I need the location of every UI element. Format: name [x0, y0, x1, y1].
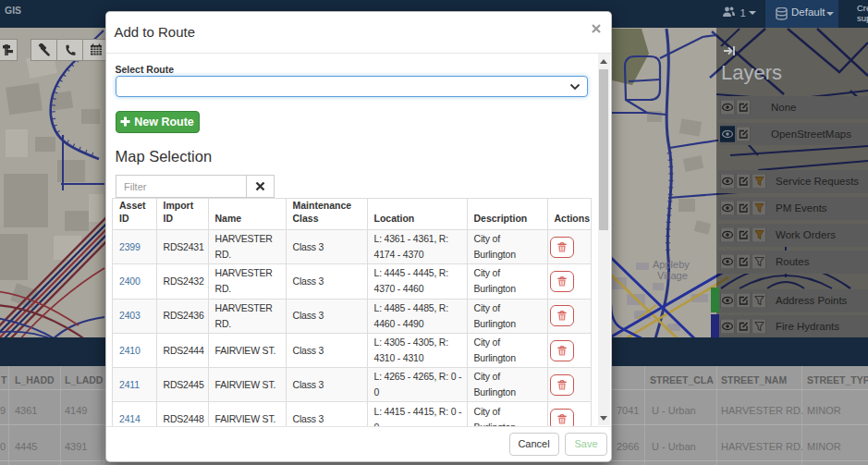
svg-text:Village: Village — [657, 270, 688, 281]
svg-text:Appleby: Appleby — [653, 259, 690, 270]
